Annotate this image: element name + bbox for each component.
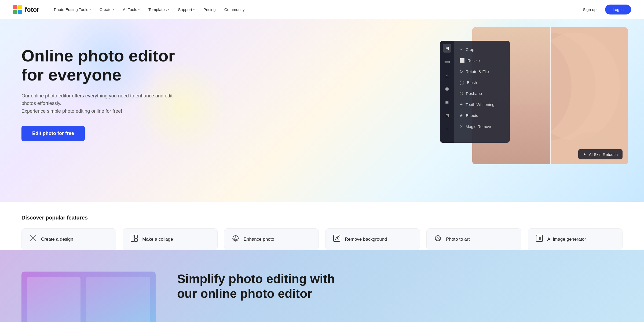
menu-rotate[interactable]: ↻ Rotate & Flip [454, 66, 500, 77]
menu-reshape[interactable]: ⬡ Reshape [454, 88, 500, 99]
brand-name: fotor [25, 6, 39, 13]
feature-make-collage-label: Make a collage [142, 237, 173, 242]
nav-photo-editing[interactable]: Photo Editing Tools ▾ [50, 5, 95, 14]
svg-rect-3 [18, 10, 22, 14]
svg-rect-22 [334, 235, 340, 241]
logo[interactable]: fotor [13, 5, 39, 14]
toolbar-eye-icon[interactable]: ◉ [443, 84, 451, 93]
magic-icon: ✕ [459, 124, 463, 129]
chevron-down-icon: ▾ [138, 8, 140, 11]
effects-icon: ★ [459, 113, 463, 118]
svg-rect-13 [131, 235, 134, 241]
bottom-title: Simplify photo editing with our online p… [177, 272, 338, 301]
bottom-photo-preview [21, 272, 156, 322]
feature-remove-background[interactable]: Remove background [325, 228, 420, 250]
chevron-down-icon: ▾ [89, 8, 91, 11]
edit-photo-button[interactable]: Edit photo for free [21, 126, 85, 141]
nav-auth: Sign up Log in [579, 5, 631, 14]
svg-point-23 [338, 236, 339, 238]
toolbar-group-icon[interactable]: ⊡ [443, 111, 451, 120]
bottom-section: Simplify photo editing with our online p… [0, 250, 644, 322]
ai-skin-retouch-badge: ✦ AI Skin Retouch [578, 149, 623, 159]
menu-crop[interactable]: ✂ Crop [454, 44, 500, 55]
rotate-icon: ↻ [459, 69, 463, 74]
menu-magic-remove[interactable]: ✕ Magic Remove [454, 121, 500, 132]
bottom-text-block: Simplify photo editing with our online p… [177, 272, 338, 301]
nav-templates[interactable]: Templates ▾ [145, 5, 173, 14]
editor-mockup: ✦ AI Skin Retouch ⊞ ⟺ △ ◉ ▣ ⊡ T [440, 27, 628, 167]
resize-icon: ⬜ [459, 58, 465, 63]
hero-subtitle: Our online photo editor offers everythin… [21, 92, 177, 115]
nav-community[interactable]: Community [221, 5, 248, 14]
feature-create-design[interactable]: Create a design [21, 228, 116, 250]
features-title: Discover popular features [21, 215, 623, 221]
feature-ai-image-gen[interactable]: AI image generator [528, 228, 623, 250]
svg-rect-14 [134, 235, 137, 238]
svg-marker-21 [234, 237, 237, 240]
features-section: Discover popular features Create a desig… [0, 202, 644, 250]
reshape-icon: ⬡ [459, 91, 463, 96]
toolbar-adjust-icon[interactable]: ⟺ [443, 57, 451, 66]
nav-create[interactable]: Create ▾ [96, 5, 118, 14]
make-collage-icon [130, 235, 138, 244]
create-design-icon [29, 235, 37, 244]
svg-rect-31 [27, 277, 80, 322]
menu-teeth[interactable]: ✦ Teeth Whitening [454, 99, 500, 110]
svg-rect-32 [86, 277, 150, 322]
nav-ai-tools[interactable]: AI Tools ▾ [119, 5, 144, 14]
hero-title: Online photo editor for everyone [21, 46, 180, 85]
svg-line-25 [437, 237, 439, 239]
feature-enhance-photo-label: Enhance photo [244, 237, 274, 242]
blush-icon: ◯ [459, 80, 464, 85]
hero-section: Online photo editor for everyone Our onl… [0, 19, 644, 202]
toolbar-icon-strip: ⊞ ⟺ △ ◉ ▣ ⊡ T [440, 41, 454, 143]
feature-photo-to-art[interactable]: Photo to art [426, 228, 521, 250]
enhance-photo-icon [232, 235, 239, 244]
menu-blush[interactable]: ◯ Blush [454, 77, 500, 88]
toolbar-beauty-icon[interactable]: △ [443, 71, 451, 79]
menu-effects[interactable]: ★ Effects [454, 110, 500, 121]
menu-resize[interactable]: ⬜ Resize [454, 55, 500, 66]
svg-point-8 [529, 33, 620, 140]
chevron-down-icon: ▾ [113, 8, 114, 11]
feature-remove-bg-label: Remove background [345, 237, 387, 242]
ai-icon: ✦ [583, 152, 587, 157]
remove-background-icon [333, 235, 341, 244]
svg-rect-2 [13, 10, 17, 14]
photo-to-art-icon [434, 235, 442, 244]
teeth-icon: ✦ [459, 102, 463, 107]
hero-editor-preview: ✦ AI Skin Retouch ⊞ ⟺ △ ◉ ▣ ⊡ T [440, 27, 628, 167]
feature-make-collage[interactable]: Make a collage [123, 228, 217, 250]
feature-enhance-photo[interactable]: Enhance photo [224, 228, 319, 250]
nav-pricing[interactable]: Pricing [200, 5, 219, 14]
svg-rect-1 [18, 5, 22, 9]
feature-create-design-label: Create a design [41, 237, 73, 242]
crop-icon: ✂ [459, 47, 463, 52]
feature-photo-to-art-label: Photo to art [446, 237, 470, 242]
nav-links: Photo Editing Tools ▾ Create ▾ AI Tools … [50, 5, 579, 14]
feature-ai-image-gen-label: AI image generator [547, 237, 586, 242]
ai-image-gen-icon [536, 235, 543, 244]
svg-rect-0 [13, 5, 17, 9]
svg-rect-15 [134, 239, 137, 241]
nav-support[interactable]: Support ▾ [174, 5, 199, 14]
fotor-logo-icon [13, 5, 23, 14]
editor-toolbar: ⊞ ⟺ △ ◉ ▣ ⊡ T ✂ Crop ⬜ [440, 41, 510, 143]
toolbar-menu-items: ✂ Crop ⬜ Resize ↻ Rotate & Flip ◯ [454, 41, 500, 143]
login-button[interactable]: Log in [605, 5, 631, 14]
toolbar-crop-icon[interactable]: ▣ [443, 98, 451, 106]
chevron-down-icon: ▾ [193, 8, 195, 11]
signup-button[interactable]: Sign up [579, 5, 601, 14]
toolbar-text-icon[interactable]: T [443, 125, 451, 133]
toolbar-grid-icon[interactable]: ⊞ [443, 44, 451, 53]
hero-content: Online photo editor for everyone Our onl… [0, 41, 201, 147]
chevron-down-icon: ▾ [168, 8, 169, 11]
features-grid: Create a design Make a collage [21, 228, 623, 250]
navbar: fotor Photo Editing Tools ▾ Create ▾ AI … [0, 0, 644, 19]
